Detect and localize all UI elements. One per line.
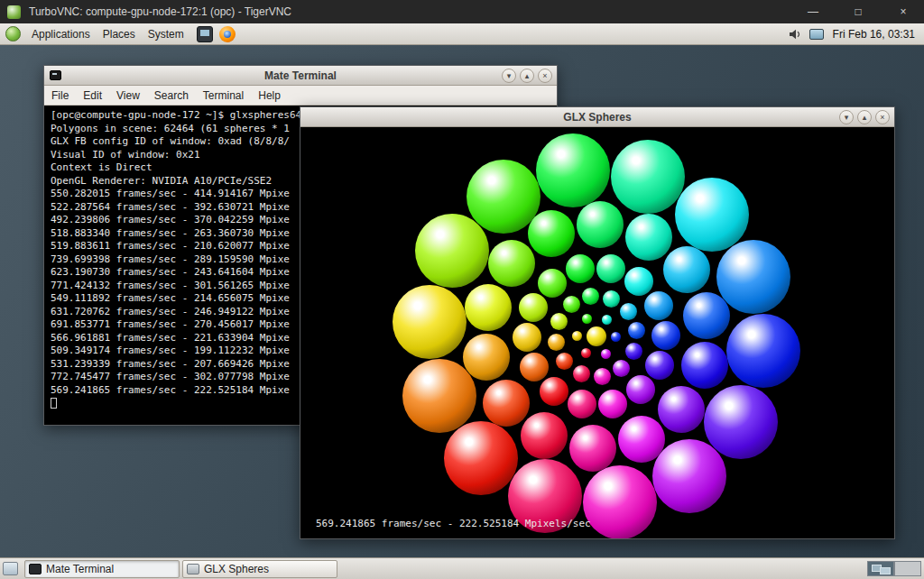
sphere (577, 201, 624, 248)
panel-clock[interactable]: Fri Feb 16, 03:31 (831, 24, 917, 44)
terminal-titlebar[interactable]: Mate Terminal ▾ ▴ × (44, 66, 557, 86)
glx-spheres-window: GLX Spheres ▾ ▴ × 569.241865 frames/sec … (300, 106, 895, 539)
sphere (620, 303, 637, 320)
sphere (528, 210, 575, 257)
terminal-close-button[interactable]: × (538, 69, 552, 83)
sphere (415, 214, 489, 288)
sphere (573, 365, 590, 382)
glx-minimize-button[interactable]: ▾ (839, 110, 854, 124)
sphere (603, 290, 620, 308)
sphere (563, 296, 580, 313)
sphere (463, 334, 510, 381)
vnc-titlebar[interactable]: TurboVNC: compute-gpu-node-172:1 (opc) -… (0, 0, 924, 23)
sphere (465, 284, 512, 331)
vnc-window-controls: — □ × (776, 5, 924, 18)
sphere (663, 246, 710, 293)
display-settings-icon[interactable] (809, 29, 824, 40)
glx-fps-status: 569.241865 frames/sec - 222.525184 Mpixe… (316, 518, 591, 529)
sphere (569, 425, 616, 472)
glx-titlebar[interactable]: GLX Spheres ▾ ▴ × (300, 107, 894, 127)
panel-notification-area: Fri Feb 16, 03:31 (789, 24, 924, 44)
terminal-menu-help[interactable]: Help (251, 87, 288, 105)
sphere (716, 240, 790, 314)
taskbar-items: Mate TerminalGLX Spheres (22, 558, 337, 579)
taskbar-item-mate-terminal[interactable]: Mate Terminal (24, 560, 180, 578)
glx-maximize-button[interactable]: ▴ (857, 110, 872, 124)
sphere (625, 214, 672, 261)
places-menu[interactable]: Places (97, 24, 142, 44)
sphere (572, 331, 582, 341)
glx-window-controls: ▾ ▴ × (839, 110, 894, 124)
sphere (598, 390, 627, 418)
sphere (596, 254, 625, 283)
sphere (488, 240, 535, 287)
taskbar-item-label: Mate Terminal (46, 563, 114, 575)
sphere (651, 321, 680, 350)
sphere (538, 269, 567, 298)
tigervnc-icon (7, 5, 21, 19)
taskbar-item-glx-spheres[interactable]: GLX Spheres (182, 560, 337, 578)
terminal-cursor (51, 398, 57, 409)
sphere (444, 421, 518, 495)
sphere (556, 353, 573, 370)
terminal-maximize-button[interactable]: ▴ (520, 69, 534, 83)
glx-close-button[interactable]: × (875, 110, 890, 124)
terminal-minimize-button[interactable]: ▾ (502, 69, 516, 83)
sphere (550, 313, 568, 330)
sphere (611, 140, 685, 214)
terminal-icon (29, 564, 42, 574)
sphere (626, 375, 655, 404)
firefox-launcher-icon[interactable] (219, 26, 236, 42)
sphere (582, 288, 599, 305)
terminal-menu-view[interactable]: View (109, 87, 147, 105)
applications-menu[interactable]: Applications (25, 24, 97, 44)
sphere (393, 285, 467, 359)
terminal-launcher-icon[interactable] (197, 26, 213, 42)
sphere (581, 348, 591, 358)
spheres-canvas: 569.241865 frames/sec - 222.525184 Mpixe… (300, 127, 894, 538)
terminal-menubar: FileEditViewSearchTerminalHelp (44, 86, 557, 106)
sphere (467, 160, 541, 234)
terminal-menu-terminal[interactable]: Terminal (196, 87, 251, 105)
terminal-menu-search[interactable]: Search (147, 87, 196, 105)
sphere (611, 332, 621, 342)
vnc-window-title: TurboVNC: compute-gpu-node-172:1 (opc) -… (29, 5, 291, 18)
vnc-minimize-button[interactable]: — (805, 5, 821, 18)
mate-panel: Applications Places System Fri Feb 16, 0… (0, 23, 924, 45)
volume-icon[interactable] (789, 28, 802, 41)
firefox-globe (224, 31, 231, 38)
vnc-close-button[interactable]: × (895, 5, 911, 18)
workspace-1[interactable] (867, 561, 894, 576)
sphere (652, 439, 726, 513)
sphere (601, 349, 611, 359)
sphere (602, 315, 612, 325)
sphere (625, 343, 642, 360)
terminal-menu-file[interactable]: File (44, 87, 76, 105)
sphere (726, 314, 800, 388)
terminal-menu-edit[interactable]: Edit (76, 87, 109, 105)
sphere (568, 390, 596, 418)
sphere (613, 360, 630, 377)
spheres-icon (187, 564, 199, 574)
sphere (521, 412, 568, 459)
sphere (540, 377, 568, 406)
workspace-2[interactable] (894, 561, 921, 576)
sphere (582, 314, 592, 324)
show-desktop-button[interactable] (3, 562, 18, 575)
terminal-window-controls: ▾ ▴ × (502, 69, 557, 83)
system-menu[interactable]: System (142, 24, 190, 44)
terminal-app-icon (50, 70, 61, 80)
sphere (519, 293, 548, 322)
sphere (548, 334, 565, 351)
sphere (618, 416, 665, 463)
bottom-taskbar: Mate TerminalGLX Spheres (0, 557, 924, 579)
vnc-maximize-button[interactable]: □ (850, 5, 866, 18)
terminal-window-title: Mate Terminal (44, 69, 557, 82)
sphere (587, 326, 606, 346)
sphere (583, 465, 657, 538)
sphere (402, 359, 476, 433)
sphere (536, 133, 610, 207)
sphere (645, 351, 674, 380)
sphere (483, 380, 530, 427)
sphere (683, 292, 730, 339)
